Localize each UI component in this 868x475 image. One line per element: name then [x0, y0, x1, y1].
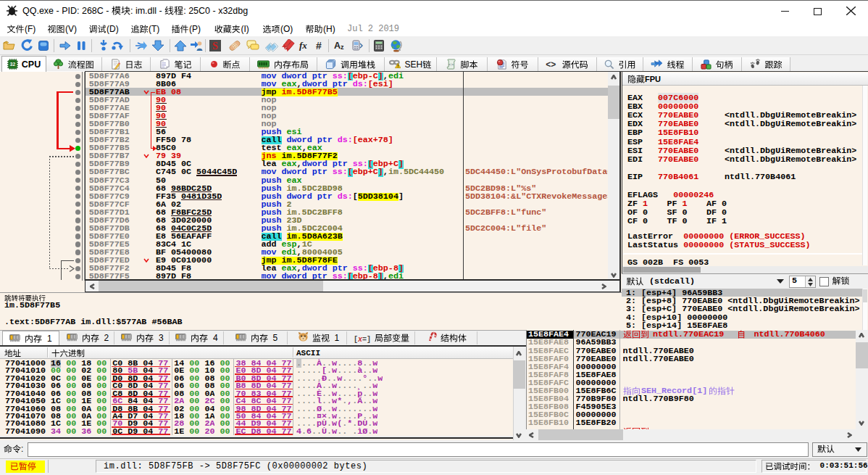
svg-text:<>: <> [448, 62, 454, 67]
svg-text:A: A [334, 41, 341, 51]
svg-text:z: z [341, 44, 344, 51]
svg-text:32: 32 [10, 62, 16, 67]
svg-text:fx: fx [299, 40, 307, 51]
svg-text:!: ! [398, 63, 399, 68]
svg-text:#: # [316, 40, 322, 51]
svg-text:S: S [212, 41, 218, 51]
svg-text:<>: <> [546, 60, 556, 69]
